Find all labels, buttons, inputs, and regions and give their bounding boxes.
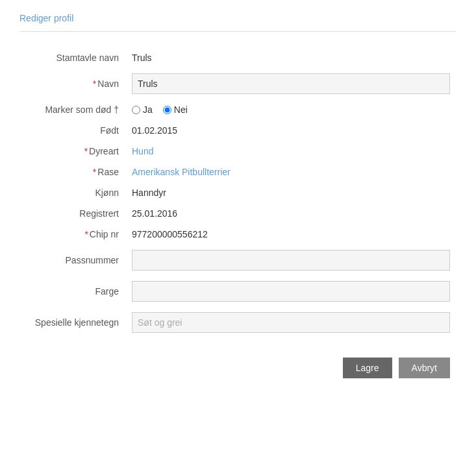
header-divider (19, 31, 457, 32)
spesielle-input-cell (125, 307, 457, 338)
navn-label: *Navn (19, 68, 125, 99)
farge-input-cell (125, 276, 457, 307)
marker-ja-label[interactable]: Ja (132, 104, 153, 115)
registrert-row: Registrert 25.01.2016 (19, 203, 457, 224)
kjonn-label: Kjønn (19, 182, 125, 203)
rase-label: *Rase (19, 162, 125, 182)
marker-label: Marker som død † (19, 99, 125, 120)
dyreart-value: Hund (125, 141, 457, 162)
rase-row: *Rase Amerikansk Pitbullterrier (19, 162, 457, 182)
chip-value: 977200000556212 (125, 224, 457, 245)
profile-form: Stamtavle navn Truls *Navn Marker som dø… (19, 47, 457, 338)
stamtavle-label: Stamtavle navn (19, 47, 125, 68)
registrert-label: Registrert (19, 203, 125, 224)
spesielle-input[interactable] (132, 312, 450, 333)
fodt-row: Født 01.02.2015 (19, 120, 457, 141)
spesielle-label: Spesielle kjennetegn (19, 307, 125, 338)
marker-row: Marker som død † Ja Nei (19, 99, 457, 120)
cancel-button[interactable]: Avbryt (399, 358, 450, 378)
rase-required-star: * (93, 167, 96, 177)
form-actions: Lagre Avbryt (19, 358, 457, 378)
farge-label: Farge (19, 276, 125, 307)
chip-required-star: * (84, 229, 88, 239)
spesielle-row: Spesielle kjennetegn (19, 307, 457, 338)
page-title-link[interactable]: Rediger profil (19, 13, 73, 23)
passnummer-input-cell (125, 245, 457, 276)
dyreart-label: *Dyreart (19, 141, 125, 162)
navn-input[interactable] (132, 73, 450, 94)
save-button[interactable]: Lagre (343, 358, 392, 378)
fodt-value: 01.02.2015 (125, 120, 457, 141)
marker-nei-radio[interactable] (163, 106, 171, 114)
kjonn-value: Hanndyr (125, 182, 457, 203)
rase-value: Amerikansk Pitbullterrier (125, 162, 457, 182)
stamtavle-row: Stamtavle navn Truls (19, 47, 457, 68)
navn-row: *Navn (19, 68, 457, 99)
marker-radio-cell: Ja Nei (125, 99, 457, 120)
navn-required-star: * (93, 79, 96, 89)
farge-row: Farge (19, 276, 457, 307)
farge-input[interactable] (132, 281, 450, 302)
dyreart-required-star: * (84, 146, 88, 156)
passnummer-input[interactable] (132, 250, 450, 271)
chip-row: *Chip nr 977200000556212 (19, 224, 457, 245)
marker-nei-label[interactable]: Nei (163, 104, 188, 115)
registrert-value: 25.01.2016 (125, 203, 457, 224)
chip-label: *Chip nr (19, 224, 125, 245)
marker-ja-radio[interactable] (132, 106, 140, 114)
navn-input-cell (125, 68, 457, 99)
dyreart-row: *Dyreart Hund (19, 141, 457, 162)
kjonn-row: Kjønn Hanndyr (19, 182, 457, 203)
stamtavle-value: Truls (125, 47, 457, 68)
passnummer-label: Passnummer (19, 245, 125, 276)
fodt-label: Født (19, 120, 125, 141)
passnummer-row: Passnummer (19, 245, 457, 276)
